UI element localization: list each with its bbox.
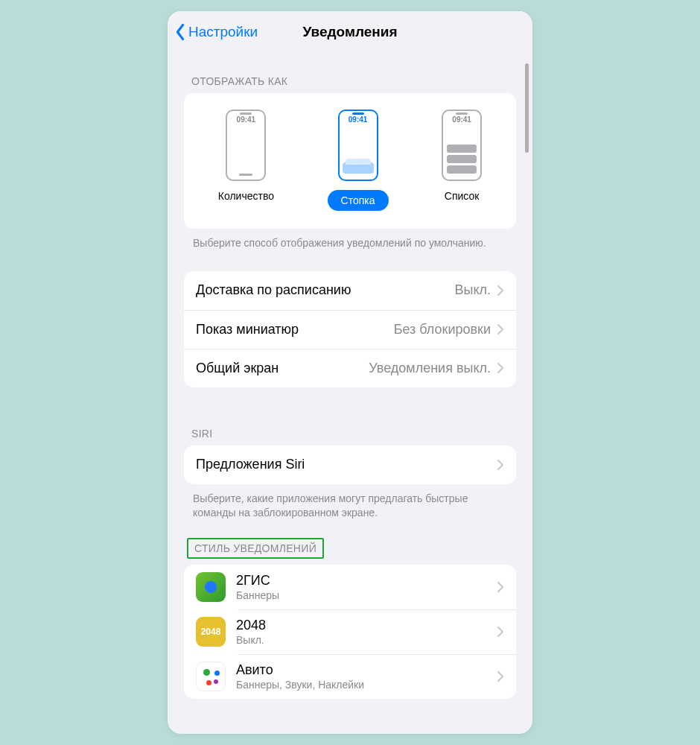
row-label: Предложения Siri [196,457,305,472]
chevron-right-icon [497,670,504,682]
app-icon-2gis [196,572,226,602]
display-option-label: Количество [218,190,274,202]
delivery-settings-card: Доставка по расписанию Выкл. Показ миниа… [184,271,516,387]
back-button[interactable]: Настройки [174,23,258,41]
app-sub: Баннеры, Звуки, Наклейки [236,679,486,691]
chevron-left-icon [174,23,187,41]
chevron-right-icon [497,459,504,471]
row-label: Показ миниатюр [196,322,299,337]
siri-footer: Выберите, какие приложения могут предлаг… [184,484,516,520]
section-header-siri: SIRI [184,387,516,446]
app-name: Авито [236,662,486,678]
app-icon-avito [196,662,226,691]
row-show-previews[interactable]: Показ миниатюр Без блокировки [184,310,516,349]
section-header-display-as: ОТОБРАЖАТЬ КАК [184,53,516,93]
display-option-stack[interactable]: 09:41 Стопка [328,110,389,211]
chevron-right-icon [497,362,504,374]
chevron-right-icon [497,285,504,297]
app-sub: Выкл. [236,634,486,646]
page-title: Уведомления [302,24,397,40]
navbar: Настройки Уведомления [168,11,532,53]
display-option-label: Стопка [328,190,389,211]
app-icon-2048: 2048 [196,617,226,647]
settings-notifications-screen: Настройки Уведомления ОТОБРАЖАТЬ КАК 09:… [168,11,532,734]
row-siri-suggestions[interactable]: Предложения Siri [184,446,516,484]
notification-style-card: 2ГИС Баннеры 2048 2048 Выкл. Авито [184,565,516,699]
app-name: 2048 [236,618,486,633]
app-row-avito[interactable]: Авито Баннеры, Звуки, Наклейки [184,654,516,699]
app-name: 2ГИС [236,573,486,589]
app-row-2048[interactable]: 2048 2048 Выкл. [184,609,516,654]
phone-thumb-list-icon: 09:41 [442,110,482,181]
row-value: Уведомления выкл. [369,361,491,376]
row-value: Выкл. [454,282,491,298]
phone-thumb-count-icon: 09:41 [226,110,266,181]
app-row-2gis[interactable]: 2ГИС Баннеры [184,565,516,609]
display-option-list[interactable]: 09:41 Список [442,110,482,211]
scrollbar[interactable] [525,63,529,153]
display-option-label: Список [445,190,480,202]
row-scheduled-delivery[interactable]: Доставка по расписанию Выкл. [184,271,516,310]
row-value: Без блокировки [394,322,491,337]
chevron-right-icon [497,626,504,638]
display-as-card: 09:41 Количество 09:41 Стопка [184,93,516,229]
chevron-right-icon [497,323,504,335]
siri-card: Предложения Siri [184,446,516,484]
row-label: Доставка по расписанию [196,282,351,298]
row-screen-sharing[interactable]: Общий экран Уведомления выкл. [184,349,516,387]
row-label: Общий экран [196,361,279,376]
chevron-right-icon [497,581,504,593]
back-label: Настройки [188,24,258,40]
display-as-footer: Выберите способ отображения уведомлений … [184,229,516,250]
display-option-count[interactable]: 09:41 Количество [218,110,274,211]
section-header-notification-style: СТИЛЬ УВЕДОМЛЕНИЙ [187,538,324,559]
phone-thumb-stack-icon: 09:41 [338,110,378,181]
app-sub: Баннеры [236,589,486,601]
